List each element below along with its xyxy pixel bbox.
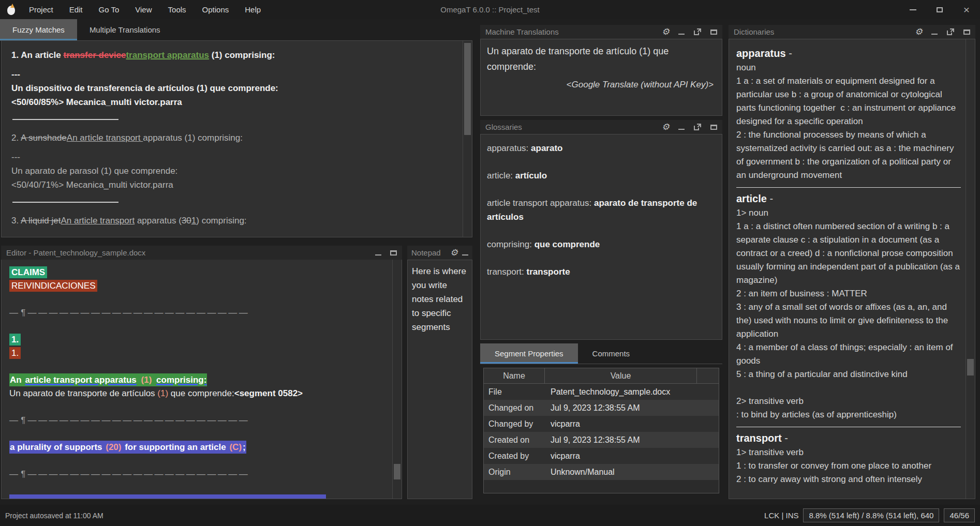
editor-content[interactable]: CLAIMSREIVINDICACIONES — ¶ — — — — — — —… [2, 260, 402, 499]
machine-translation-engine: <Google Translate (without API Key)> [487, 77, 716, 93]
glossary-translation: aparato [531, 143, 562, 153]
editor-line[interactable]: — ¶ — — — — — — — — — — — — — — — — — — … [9, 414, 391, 427]
match-dash: --- [11, 150, 456, 164]
dictionary-definition-line: 1> transitive verb [736, 446, 961, 459]
match-divider [12, 119, 118, 120]
property-value: Jul 9, 2023 12:38:55 AM [545, 435, 719, 445]
fuzzy-matches-scrollbar-thumb[interactable] [464, 43, 471, 135]
editor-scrollbar-thumb[interactable] [394, 464, 400, 479]
dictionary-divider [736, 427, 961, 427]
fuzzy-match[interactable]: 2. A sunshadeAn article transport appara… [11, 131, 456, 192]
dictionary-definition-line: noun [736, 61, 961, 74]
dictionaries-title: Dictionaries [734, 27, 774, 36]
lock-insert-indicator[interactable]: LCK | INS [764, 511, 798, 520]
minimize-icon[interactable] [462, 254, 468, 256]
fuzzy-match[interactable]: 3. A liquid jetAn article transport appa… [11, 214, 456, 228]
editor-line[interactable] [9, 360, 391, 373]
menu-item-options[interactable]: Options [202, 5, 229, 14]
fuzzy-match[interactable]: 1. An article transfer devicetransport a… [11, 48, 456, 109]
fuzzy-matches-scrollbar[interactable] [463, 41, 472, 237]
editor-line[interactable]: CLAIMS [9, 266, 391, 279]
editor-line[interactable]: — ¶ — — — — — — — — — — — — — — — — — — … [9, 306, 391, 320]
gear-icon[interactable]: ⚙ [450, 248, 458, 257]
property-name: Created on [484, 435, 545, 445]
menu-item-edit[interactable]: Edit [69, 5, 83, 14]
editor-line[interactable]: 1. [9, 347, 391, 360]
match-pane-tabs: Fuzzy Matches Multiple Translations [0, 19, 472, 41]
dictionary-definition-line: 1> noun [736, 206, 961, 220]
editor-line[interactable]: Un aparato de transporte de artículos (1… [9, 387, 391, 400]
property-name: Changed on [484, 403, 545, 413]
notepad-title: Notepad [411, 248, 441, 257]
tab-comments[interactable]: Comments [578, 343, 645, 364]
glossary-entry: transport: transporte [487, 265, 716, 279]
maximize-icon[interactable] [390, 250, 397, 256]
machine-translation-text[interactable]: Un aparato de transporte de artículo (1)… [487, 43, 716, 74]
property-name: Created by [484, 452, 545, 461]
window-close-button[interactable]: × [953, 0, 980, 19]
undock-icon[interactable] [946, 28, 955, 36]
match-target: Un dispositivo de transferencia de artíc… [11, 81, 456, 95]
dictionaries-scrollbar-thumb[interactable] [967, 359, 974, 375]
dictionaries-panel: Dictionaries ⚙ apparatus -noun1 a : a se… [729, 25, 975, 499]
editor-line[interactable] [9, 427, 391, 441]
tab-segment-properties[interactable]: Segment Properties [480, 343, 578, 364]
tab-fuzzy-matches[interactable]: Fuzzy Matches [0, 19, 77, 40]
translation-progress[interactable]: 8.8% (514 left) / 8.8% (514 left), 640 [803, 508, 939, 522]
maximize-icon[interactable] [710, 29, 717, 35]
editor-line[interactable] [9, 481, 391, 494]
minimize-icon[interactable] [931, 34, 938, 35]
menu-item-go-to[interactable]: Go To [99, 5, 120, 14]
editor-line[interactable]: — ¶ — — — — — — — — — — — — — — — — — — … [9, 468, 391, 481]
editor-header: Editor - Patent_technology_sample.docx [1, 246, 402, 260]
editor-line[interactable] [9, 320, 391, 333]
menu-item-tools[interactable]: Tools [168, 5, 186, 14]
window-minimize-button[interactable] [899, 0, 926, 19]
gear-icon[interactable]: ⚙ [662, 123, 670, 131]
window-maximize-button[interactable] [926, 0, 953, 19]
dictionary-divider [736, 187, 961, 188]
dictionary-definition-line: 1 a : a set of materials or equipment de… [736, 74, 961, 128]
machine-translations-panel: Machine Translations ⚙ Un aparato de tra… [480, 25, 722, 116]
match-target: Un aparato de parasol (1) que comprende: [11, 164, 456, 178]
undock-icon[interactable] [693, 28, 702, 36]
gear-icon[interactable]: ⚙ [662, 27, 670, 36]
editor-line[interactable]: An article transport apparatus (1) compr… [9, 373, 391, 387]
segment-property-row: Changed onJul 9, 2023 12:38:55 AM [484, 400, 719, 416]
segment-properties-panel: Segment Properties Comments Name Value F… [480, 343, 722, 499]
tab-multiple-translations[interactable]: Multiple Translations [77, 19, 173, 40]
minimize-icon[interactable] [375, 254, 381, 256]
menu-item-project[interactable]: Project [29, 5, 53, 14]
menu-item-help[interactable]: Help [245, 5, 261, 14]
dictionaries-scrollbar[interactable] [966, 39, 975, 499]
property-value: Unknown/Manual [545, 468, 719, 477]
column-header-name: Name [484, 368, 545, 383]
maximize-icon[interactable] [963, 29, 970, 35]
segment-count[interactable]: 46/56 [944, 508, 975, 522]
glossaries-title: Glossaries [485, 123, 522, 131]
editor-line-clipped[interactable] [9, 494, 326, 499]
segment-properties-table: Name Value FilePatent_technology_sample.… [483, 368, 719, 493]
gear-icon[interactable]: ⚙ [915, 27, 923, 36]
dictionary-definition-line: : to bind by articles (as of apprentices… [736, 408, 961, 422]
editor-line[interactable] [9, 400, 391, 414]
minimize-icon[interactable] [678, 129, 685, 130]
glossary-term: transport: [487, 267, 527, 277]
omegat-logo-icon [5, 4, 18, 16]
dictionary-definition-line: 2 : an item of business : MATTER [736, 287, 961, 300]
editor-line[interactable]: 1. [9, 333, 391, 347]
editor-line[interactable]: a plurality of supports (20) for support… [9, 441, 391, 454]
editor-line[interactable]: REIVINDICACIONES [9, 279, 391, 293]
undock-icon[interactable] [693, 123, 702, 131]
menu-item-view[interactable]: View [135, 5, 152, 14]
glossary-entry: comprising: que comprende [487, 237, 716, 251]
maximize-icon[interactable] [710, 125, 717, 130]
segment-property-row: OriginUnknown/Manual [484, 464, 719, 480]
segment-property-row: FilePatent_technology_sample.docx [484, 384, 719, 400]
editor-line[interactable] [9, 454, 391, 468]
notepad-text[interactable]: Here is where you write notes related to… [412, 266, 466, 332]
column-header-value: Value [545, 368, 697, 383]
editor-scrollbar[interactable] [392, 260, 402, 499]
editor-line[interactable] [9, 293, 391, 306]
minimize-icon[interactable] [678, 34, 685, 35]
